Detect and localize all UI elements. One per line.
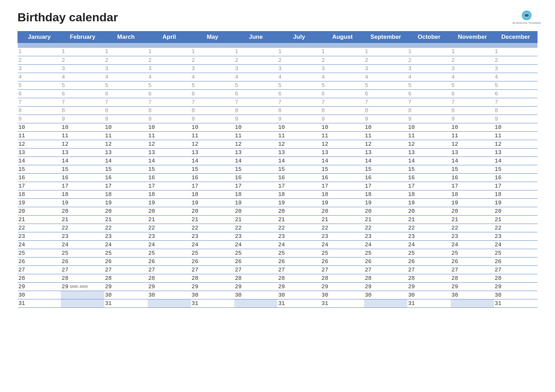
calendar-day-cell[interactable]: 13 <box>364 148 407 157</box>
calendar-day-cell[interactable]: 12 <box>104 140 148 148</box>
calendar-day-cell[interactable]: 9 <box>191 115 234 123</box>
calendar-day-cell[interactable]: 22 <box>321 224 364 232</box>
calendar-day-cell[interactable]: 24 <box>104 241 148 249</box>
calendar-day-cell[interactable]: 30 <box>104 291 148 299</box>
calendar-day-cell[interactable]: 15 <box>451 165 494 174</box>
calendar-day-cell[interactable]: 4 <box>277 73 321 81</box>
calendar-day-cell[interactable]: 20 <box>148 207 191 216</box>
calendar-day-cell[interactable]: 28 <box>61 274 104 283</box>
calendar-day-cell[interactable]: 18 <box>407 190 451 199</box>
calendar-day-cell[interactable]: 3 <box>407 65 451 73</box>
calendar-day-cell[interactable]: 14 <box>61 157 104 165</box>
calendar-day-cell[interactable]: 20 <box>18 207 61 216</box>
calendar-day-cell[interactable]: 14 <box>104 157 148 165</box>
calendar-day-cell[interactable]: 3 <box>18 65 61 73</box>
calendar-day-cell[interactable]: 28 <box>407 274 451 283</box>
calendar-day-cell[interactable]: 3 <box>321 65 364 73</box>
calendar-day-cell[interactable]: 10 <box>148 123 191 132</box>
calendar-day-cell[interactable]: 24 <box>148 241 191 249</box>
calendar-day-cell[interactable]: 6 <box>18 90 61 98</box>
calendar-day-cell[interactable]: 9 <box>18 115 61 123</box>
calendar-day-cell[interactable]: 26 <box>104 257 148 266</box>
calendar-day-cell[interactable]: 11 <box>18 132 61 140</box>
calendar-day-cell[interactable]: 26 <box>191 257 234 266</box>
calendar-day-cell[interactable]: 26 <box>321 257 364 266</box>
calendar-day-cell[interactable]: 14 <box>234 157 278 165</box>
calendar-day-cell[interactable]: 20 <box>277 207 321 216</box>
calendar-day-cell[interactable]: 11 <box>61 132 104 140</box>
calendar-day-cell[interactable]: 27 <box>364 266 407 274</box>
calendar-day-cell[interactable]: 8 <box>104 107 148 115</box>
calendar-day-cell[interactable]: 15 <box>18 165 61 174</box>
calendar-day-cell[interactable]: 23 <box>407 232 451 241</box>
calendar-day-cell[interactable]: 26 <box>277 257 321 266</box>
calendar-day-cell[interactable]: 2 <box>321 56 364 65</box>
calendar-day-cell[interactable]: 13 <box>277 148 321 157</box>
calendar-day-cell[interactable]: 22 <box>277 224 321 232</box>
calendar-day-cell[interactable]: 7 <box>234 98 278 107</box>
calendar-day-cell[interactable]: 3 <box>234 65 278 73</box>
calendar-day-cell[interactable]: 19 <box>364 199 407 207</box>
calendar-day-cell[interactable]: 20 <box>321 207 364 216</box>
calendar-day-cell[interactable]: 21 <box>18 216 61 224</box>
calendar-day-cell[interactable]: 15 <box>407 165 451 174</box>
calendar-day-cell[interactable]: 21 <box>61 216 104 224</box>
calendar-day-cell[interactable]: 30 <box>451 291 494 299</box>
calendar-day-cell[interactable]: 28 <box>277 274 321 283</box>
calendar-day-cell[interactable]: 29 <box>321 283 364 291</box>
calendar-day-cell[interactable]: 12 <box>234 140 278 148</box>
calendar-day-cell[interactable]: 25 <box>277 249 321 257</box>
calendar-day-cell[interactable]: 16 <box>191 174 234 182</box>
calendar-day-cell[interactable]: 7 <box>18 98 61 107</box>
calendar-day-cell[interactable]: 29 <box>234 283 278 291</box>
calendar-day-cell[interactable]: 1 <box>407 48 451 56</box>
calendar-day-cell[interactable]: 18 <box>61 190 104 199</box>
calendar-day-cell[interactable]: 1 <box>61 48 104 56</box>
calendar-day-cell[interactable]: 18 <box>234 190 278 199</box>
calendar-day-cell[interactable]: 1 <box>191 48 234 56</box>
calendar-day-cell[interactable]: 28 <box>321 274 364 283</box>
calendar-day-cell[interactable]: 30 <box>18 291 61 299</box>
calendar-day-cell[interactable]: 26 <box>364 257 407 266</box>
calendar-day-cell[interactable]: 8 <box>407 107 451 115</box>
calendar-day-cell[interactable]: 13 <box>18 148 61 157</box>
calendar-day-cell[interactable]: 1 <box>18 48 61 56</box>
calendar-day-cell[interactable]: 18 <box>364 190 407 199</box>
calendar-day-cell[interactable]: 31 <box>18 299 61 308</box>
calendar-day-cell[interactable]: 19 <box>61 199 104 207</box>
calendar-day-cell[interactable]: 4 <box>321 73 364 81</box>
calendar-day-cell[interactable]: 15 <box>494 165 538 174</box>
calendar-day-cell[interactable]: 23 <box>61 232 104 241</box>
calendar-day-cell[interactable]: 11 <box>364 132 407 140</box>
calendar-day-cell[interactable]: 18 <box>148 190 191 199</box>
calendar-day-cell[interactable]: 14 <box>191 157 234 165</box>
calendar-day-cell[interactable]: 25 <box>18 249 61 257</box>
calendar-day-cell[interactable]: 19 <box>277 199 321 207</box>
calendar-day-cell[interactable]: 9 <box>321 115 364 123</box>
calendar-day-cell[interactable]: 12 <box>191 140 234 148</box>
calendar-day-cell[interactable]: 23 <box>18 232 61 241</box>
calendar-day-cell[interactable]: 17 <box>234 182 278 190</box>
calendar-day-cell[interactable]: 11 <box>407 132 451 140</box>
calendar-day-cell[interactable]: 14 <box>321 157 364 165</box>
calendar-day-cell[interactable]: 25 <box>234 249 278 257</box>
calendar-day-cell[interactable]: 6 <box>494 90 538 98</box>
calendar-day-cell[interactable]: 22 <box>18 224 61 232</box>
calendar-day-cell[interactable]: 18 <box>277 190 321 199</box>
calendar-day-cell[interactable]: 7 <box>494 98 538 107</box>
calendar-day-cell[interactable]: 6 <box>61 90 104 98</box>
calendar-day-cell[interactable]: 22 <box>364 224 407 232</box>
calendar-day-cell[interactable]: 10 <box>321 123 364 132</box>
calendar-day-cell[interactable] <box>364 299 407 308</box>
calendar-day-cell[interactable]: 25 <box>451 249 494 257</box>
calendar-day-cell[interactable]: 24 <box>277 241 321 249</box>
calendar-day-cell[interactable] <box>234 299 278 308</box>
calendar-day-cell[interactable]: 28 <box>234 274 278 283</box>
calendar-day-cell[interactable]: 5 <box>61 81 104 90</box>
calendar-day-cell[interactable]: 19 <box>104 199 148 207</box>
calendar-day-cell[interactable]: 23 <box>104 232 148 241</box>
calendar-day-cell[interactable]: 19 <box>407 199 451 207</box>
calendar-day-cell[interactable]: 14 <box>148 157 191 165</box>
calendar-day-cell[interactable]: 3 <box>364 65 407 73</box>
calendar-day-cell[interactable]: 5 <box>148 81 191 90</box>
